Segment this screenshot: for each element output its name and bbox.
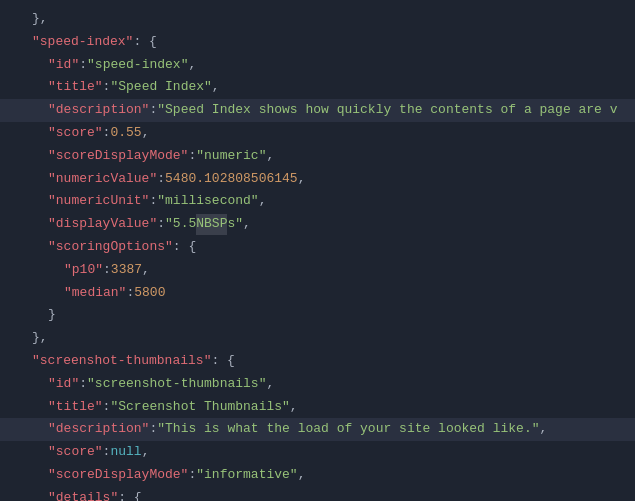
code-line: "median": 5800 [0,282,635,305]
colon-token: : [79,55,87,76]
code-line: "id": "screenshot-thumbnails", [0,373,635,396]
colon-token: : [103,123,111,144]
colon-token: : { [133,32,156,53]
key-token: "score" [48,123,103,144]
colon-token: : [126,283,134,304]
code-line: "title": "Speed Index", [0,76,635,99]
colon-token: : [157,169,165,190]
colon-token: : [188,146,196,167]
code-line: "scoreDisplayMode": "numeric", [0,145,635,168]
punctuation-token: , [142,260,150,281]
colon-token: : [149,100,157,121]
punctuation-token: }, [32,328,48,349]
colon-token: : [79,374,87,395]
key-token: "p10" [64,260,103,281]
code-line: "p10": 3387, [0,259,635,282]
code-line: "title": "Screenshot Thumbnails", [0,396,635,419]
number-val-token: 5800 [134,283,165,304]
colon-token: : [103,77,111,98]
key-token: "scoreDisplayMode" [48,146,188,167]
key-token: "speed-index" [32,32,133,53]
code-line: "numericValue": 5480.102808506145, [0,168,635,191]
punctuation-token: , [142,123,150,144]
number-val-token: 5480.102808506145 [165,169,298,190]
colon-token: : [188,465,196,486]
null-val-token: null [110,442,141,463]
key-token: "description" [48,100,149,121]
string-val-token: s" [227,214,243,235]
string-val-token: "speed-index" [87,55,188,76]
code-line: "description": "This is what the load of… [0,418,635,441]
string-val-token: "Speed Index" [110,77,211,98]
punctuation-token: , [266,374,274,395]
punctuation-token: , [243,214,251,235]
code-editor: },"speed-index": {"id": "speed-index","t… [0,0,635,501]
colon-token: : [149,191,157,212]
number-val-token: 3387 [111,260,142,281]
colon-token: : [103,397,111,418]
string-val-token: "numeric" [196,146,266,167]
punctuation-token: , [212,77,220,98]
key-token: "score" [48,442,103,463]
key-token: "title" [48,397,103,418]
number-val-token: 0.55 [110,123,141,144]
code-line: "screenshot-thumbnails": { [0,350,635,373]
code-line: "speed-index": { [0,31,635,54]
nbsps-token: NBSP [196,214,227,235]
key-token: "scoringOptions" [48,237,173,258]
colon-token: : { [118,488,141,501]
colon-token: : [149,419,157,440]
string-val-token: "5.5 [165,214,196,235]
key-token: "scoreDisplayMode" [48,465,188,486]
string-val-token: "screenshot-thumbnails" [87,374,266,395]
code-line: "scoreDisplayMode": "informative", [0,464,635,487]
colon-token: : { [211,351,234,372]
code-line: }, [0,8,635,31]
code-line: "score": 0.55, [0,122,635,145]
string-val-token: "This is what the load of your site look… [157,419,539,440]
string-val-token: "Speed Index shows how quickly the conte… [157,100,617,121]
colon-token: : [103,260,111,281]
string-val-token: "millisecond" [157,191,258,212]
key-token: "description" [48,419,149,440]
code-line: "details": { [0,487,635,501]
code-line: "id": "speed-index", [0,54,635,77]
key-token: "displayValue" [48,214,157,235]
colon-token: : { [173,237,196,258]
code-line: } [0,304,635,327]
code-line: "description": "Speed Index shows how qu… [0,99,635,122]
key-token: "id" [48,374,79,395]
string-val-token: "Screenshot Thumbnails" [110,397,289,418]
punctuation-token: , [266,146,274,167]
key-token: "id" [48,55,79,76]
punctuation-token: , [290,397,298,418]
key-token: "details" [48,488,118,501]
key-token: "median" [64,283,126,304]
punctuation-token: , [298,465,306,486]
colon-token: : [103,442,111,463]
punctuation-token: , [259,191,267,212]
code-line: "displayValue": "5.5NBSPs", [0,213,635,236]
key-token: "title" [48,77,103,98]
punctuation-token: , [540,419,548,440]
code-line: }, [0,327,635,350]
key-token: "screenshot-thumbnails" [32,351,211,372]
key-token: "numericValue" [48,169,157,190]
punctuation-token: , [142,442,150,463]
punctuation-token: }, [32,9,48,30]
code-line: "scoringOptions": { [0,236,635,259]
code-line: "score": null, [0,441,635,464]
punctuation-token: } [48,305,56,326]
string-val-token: "informative" [196,465,297,486]
colon-token: : [157,214,165,235]
key-token: "numericUnit" [48,191,149,212]
punctuation-token: , [298,169,306,190]
code-line: "numericUnit": "millisecond", [0,190,635,213]
punctuation-token: , [188,55,196,76]
